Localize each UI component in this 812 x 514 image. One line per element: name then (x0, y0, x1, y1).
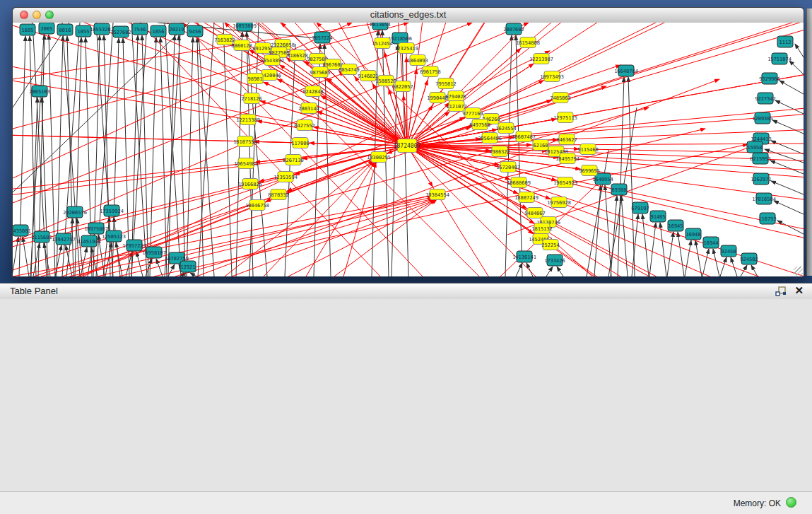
graph-node-label: 1856 (153, 29, 165, 35)
graph-node-label: 8813054 (370, 23, 391, 28)
graph-node-label: 16948 (686, 232, 700, 238)
memory-ok-indicator[interactable] (786, 497, 796, 508)
graph-node-label: 7163822 (214, 37, 235, 43)
memory-status-label: Memory: OK (734, 498, 781, 508)
window-title: citations_edges.txt (13, 8, 804, 22)
graph-node-label: 16648784 (614, 69, 638, 74)
close-window-button[interactable] (20, 11, 28, 19)
graph-node-label: 1209385 (752, 116, 773, 122)
graph-node-label: 9827508 (307, 57, 328, 62)
close-panel-icon[interactable]: ✕ (794, 284, 804, 297)
network-graph-canvas[interactable]: 1605206580161055105532871527602754618562… (13, 23, 804, 276)
graph-node-label: 92450 (721, 249, 736, 255)
graph-node-label: 7485063 (550, 95, 571, 101)
graph-node-label: 16154808 (516, 40, 540, 46)
graph-node-label: 9875685 (310, 70, 331, 76)
graph-node-label: 9777169 (462, 111, 483, 117)
graph-node-label: 7546 (134, 27, 146, 33)
graph-node-label: 19756928 (547, 200, 571, 206)
graph-node-label: 89388 (611, 187, 626, 193)
graph-node-label: 8860128 (231, 43, 252, 49)
graph-node-label: 6961758 (420, 69, 441, 75)
graph-node-label: 1055 (78, 29, 90, 35)
graph-node-label: 20206576 (63, 210, 87, 216)
window-titlebar[interactable]: citations_edges.txt (13, 8, 804, 23)
graph-node-label: 15720407 (496, 165, 520, 170)
graph-node-label: 18807249 (514, 195, 539, 201)
graph-node-label: 2803144 (298, 106, 319, 112)
graph-node-label: 62160 (533, 143, 548, 148)
graph-node-label: 117006 (291, 141, 309, 146)
graph-node-label: 1588520 (375, 78, 396, 84)
table-panel-header: Table Panel ✕ (0, 283, 812, 300)
graph-node-label: 6822057 (392, 84, 413, 90)
network-view-window: citations_edges.txt 16052065801610551055… (12, 7, 804, 276)
graph-node-label: 8186328 (287, 53, 308, 59)
graph-node-label: 12921 (180, 264, 195, 270)
graph-node-label: 10975887 (84, 226, 108, 232)
graph-node-label: 17359924 (100, 209, 124, 214)
graph-node-label: 10046758 (245, 203, 269, 209)
graph-node-label: 8854749 (339, 67, 360, 73)
graph-node-label: 16782759 (165, 256, 189, 262)
graph-node-label: 9463627 (556, 137, 577, 143)
graph-node-label: 8215953 (750, 156, 771, 162)
graph-node-label: 19166825 (238, 182, 262, 187)
citation-network-graph[interactable]: 1605206580161055105532871527602754618562… (13, 23, 804, 276)
graph-node-label: 1605 (22, 28, 34, 33)
graph-node-label: 8016 (59, 28, 71, 33)
graph-node-label: 16944 (703, 240, 718, 246)
graph-node-label: 9329966 (759, 76, 780, 82)
graph-node-label: 6497568 (469, 122, 490, 128)
graph-node-label: 1864093 (407, 58, 428, 64)
float-panel-icon[interactable] (775, 286, 787, 297)
graph-node-label: 18107554 (233, 139, 257, 145)
graph-node-label: 9242848 (302, 89, 324, 95)
graph-node-label: 17957223 (122, 243, 146, 249)
graph-node-label: 11451944 (77, 239, 101, 245)
graph-node-label: 12975115 (553, 115, 577, 121)
zoom-window-button[interactable] (45, 11, 54, 19)
graph-node-label: 1112 (779, 40, 792, 45)
graph-node-label: 1733426 (544, 258, 565, 264)
graph-node-label: 1262971 (751, 177, 772, 182)
graph-node-label: 116753 (758, 216, 776, 222)
graph-node-label: 18300295 (367, 155, 391, 160)
minimize-window-button[interactable] (33, 11, 41, 19)
graph-node-label: 12325419 (394, 46, 418, 52)
graph-node-label: 20219 (169, 27, 184, 33)
graph-node-label: 8427552 (294, 123, 315, 129)
graph-node-label: 6794028 (445, 94, 466, 100)
graph-node-label: 1512454 (372, 41, 393, 47)
table-panel-body: f(x) citations_edges.txt ▲▼ namein_degre… (0, 299, 812, 491)
graph-node-label: 1527602 (110, 30, 131, 35)
graph-node-label: 9456 (189, 29, 201, 35)
graph-node-label: 20564486 (478, 136, 502, 141)
graph-node-label: 1815132 (531, 226, 553, 232)
table-panel-title: Table Panel (10, 286, 58, 296)
graph-node-label: 7857224 (312, 35, 333, 41)
graph-node-label: 1121077 (446, 104, 467, 110)
status-bar: Memory: OK (0, 491, 812, 514)
graph-node-label: 17016504 (752, 197, 776, 202)
graph-node-label: 12353594 (273, 175, 298, 180)
graph-node-label: 2718126 (241, 96, 262, 102)
graph-node-label: 2087682 (503, 27, 524, 33)
graph-node-label: 10973493 (540, 74, 564, 80)
graph-node-label: 19654923 (553, 180, 577, 186)
graph-node-label: 9227342 (755, 96, 776, 102)
graph-node-label: 16958107 (142, 250, 166, 256)
graph-node-label: 8267130 (283, 158, 304, 163)
resize-grip[interactable] (794, 267, 803, 276)
graph-node-label: 924502 (740, 257, 758, 262)
graph-node-label: 12213987 (529, 57, 553, 62)
graph-node-label: 2065 (41, 26, 53, 32)
graph-node-label: 16543892 (260, 58, 284, 64)
graph-node-label: 1624554 (495, 126, 517, 132)
graph-node-label: 10688609 (507, 180, 531, 186)
graph-node-label: 9484067 (524, 211, 546, 216)
graph-node-label: 8878332 (268, 192, 289, 198)
graph-node-label: 91485 (650, 214, 665, 220)
graph-node-label: 18495794 (555, 156, 579, 162)
graph-node-label: 252254 (541, 243, 559, 248)
